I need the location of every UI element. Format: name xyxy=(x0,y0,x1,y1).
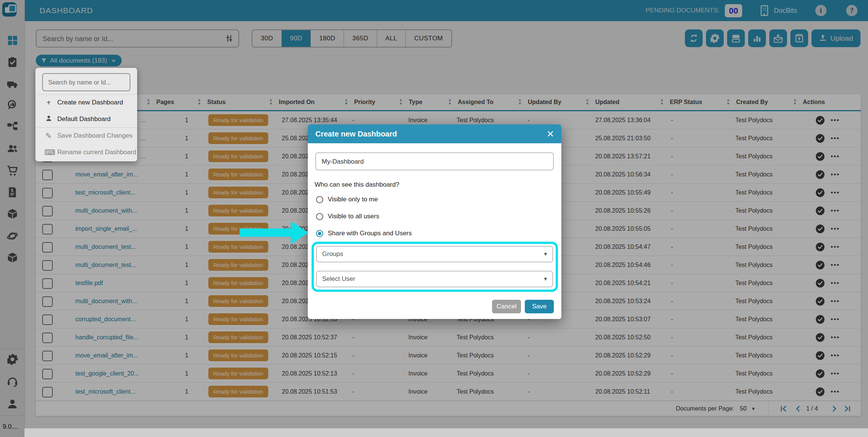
radio-visible-only-me[interactable]: Visible only to me xyxy=(316,195,378,204)
dashboard-search-input[interactable] xyxy=(47,74,127,91)
radio-icon xyxy=(316,196,323,203)
tutorial-arrow-head xyxy=(291,221,308,244)
save-button[interactable]: Save xyxy=(525,300,554,313)
horizontal-scrollbar-track[interactable] xyxy=(24,428,868,437)
dashboard-menu-search xyxy=(42,73,130,91)
radio-selected-icon xyxy=(316,230,323,237)
app-root: DASHBOARD PENDING DOCUMENTS: 00 DocBits … xyxy=(0,0,868,437)
keyboard-icon: ⌨ xyxy=(44,148,53,157)
tutorial-highlight-box xyxy=(312,242,558,292)
tutorial-arrow xyxy=(240,228,292,237)
menu-item-default-dashboard[interactable]: Default Dashboard xyxy=(35,111,137,127)
visibility-question: Who can see this dashboard? xyxy=(315,181,399,189)
radio-share-groups-users[interactable]: Share with Groups and Users xyxy=(316,228,412,238)
close-icon[interactable] xyxy=(546,130,555,138)
menu-item-create-dashboard[interactable]: + Create new Dashboard xyxy=(35,94,137,111)
radio-icon xyxy=(316,213,323,220)
dashboard-name-field xyxy=(315,152,554,170)
radio-visible-all-users[interactable]: Visible to all users xyxy=(316,212,379,221)
modal-title: Create new Dashboard xyxy=(315,124,397,143)
menu-item-save-dashboard[interactable]: ✎ Save Dashboard Changes xyxy=(35,127,137,144)
cancel-button[interactable]: Cancel xyxy=(492,300,521,313)
menu-item-rename-dashboard[interactable]: ⌨ Rename current Dashboard xyxy=(35,144,137,161)
pencil-icon: ✎ xyxy=(44,131,53,140)
modal-header: Create new Dashboard xyxy=(308,124,561,143)
person-icon xyxy=(44,115,53,124)
dashboard-menu: + Create new Dashboard Default Dashboard… xyxy=(35,68,137,161)
plus-icon: + xyxy=(44,98,53,107)
dashboard-name-input[interactable] xyxy=(321,153,549,170)
